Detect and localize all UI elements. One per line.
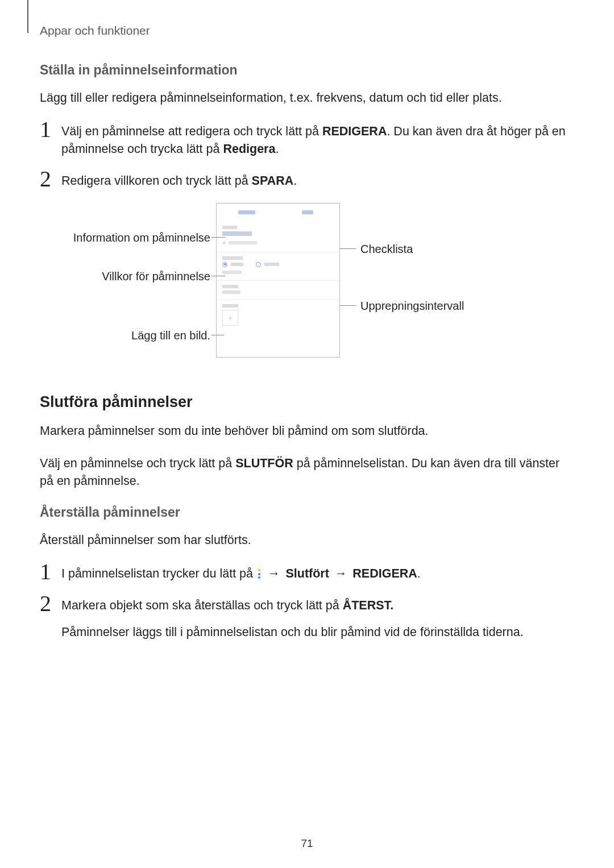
edit-label: REDIGERA <box>322 124 387 138</box>
save-label: SPARA <box>252 174 294 188</box>
restore-label: ÅTERST. <box>343 599 394 612</box>
page-number: 71 <box>0 837 614 850</box>
add-image-box: + <box>222 310 238 326</box>
section1-intro: Lägg till eller redigera påminnelseinfor… <box>40 89 574 107</box>
section3-title: Återställa påminnelser <box>40 505 574 520</box>
step-number: 1 <box>40 118 61 141</box>
text: . <box>275 142 279 156</box>
section2-p1: Markera påminnelser som du inte behöver … <box>40 422 574 440</box>
arrow-icon: → <box>331 567 350 580</box>
callout-checklist: Checklista <box>360 243 413 256</box>
plus-icon: + <box>222 239 226 246</box>
step-number: 1 <box>40 560 61 583</box>
radio-off-icon <box>256 262 261 267</box>
step-number: 2 <box>40 168 61 190</box>
callout-conditions: Villkor för påminnelse <box>51 270 210 283</box>
callout-add-image: Lägg till en bild. <box>51 329 210 342</box>
breadcrumb: Appar och funktioner <box>40 24 574 38</box>
callout-repeat: Upprepningsintervall <box>360 300 464 313</box>
step-number: 2 <box>40 592 61 615</box>
section2-title: Slutföra påminnelser <box>40 393 574 411</box>
more-options-icon <box>258 569 260 579</box>
phone-mockup: + + <box>216 203 340 358</box>
section3-step-1: 1 I påminnelselistan trycker du lätt på … <box>40 564 574 583</box>
edit-label: REDIGERA <box>352 567 417 580</box>
edit-label-2: Redigera <box>223 142 275 156</box>
reminder-edit-diagram: + + Information om påminnelse Villkor fö… <box>51 203 563 368</box>
section2-p2: Välj en påminnelse och tryck lätt på SLU… <box>40 455 574 490</box>
complete-label: SLUTFÖR <box>235 456 293 470</box>
section1-step-1: 1 Välj en påminnelse att redigera och tr… <box>40 122 574 158</box>
section1-title: Ställa in påminnelseinformation <box>40 63 574 78</box>
text: . <box>293 174 297 188</box>
completed-label: Slutfört <box>285 567 329 580</box>
section3-step2-sub: Påminnelser läggs till i påminnelselista… <box>61 624 574 641</box>
arrow-icon: → <box>264 567 283 580</box>
radio-on-icon <box>222 262 227 267</box>
text: Markera objekt som ska återställas och t… <box>61 599 343 612</box>
text: Redigera villkoren och tryck lätt på <box>61 174 252 188</box>
text: I påminnelselistan trycker du lätt på <box>61 567 256 580</box>
text: . <box>417 567 421 580</box>
text: Välj en påminnelse att redigera och tryc… <box>61 124 322 138</box>
callout-info: Information om påminnelse <box>51 231 210 244</box>
section3-intro: Återställ påminnelser som har slutförts. <box>40 531 574 549</box>
side-rule <box>27 0 28 33</box>
section1-step-2: 2 Redigera villkoren och tryck lätt på S… <box>40 171 574 190</box>
text: Välj en påminnelse och tryck lätt på <box>40 456 235 470</box>
section3-step-2: 2 Markera objekt som ska återställas och… <box>40 596 574 641</box>
